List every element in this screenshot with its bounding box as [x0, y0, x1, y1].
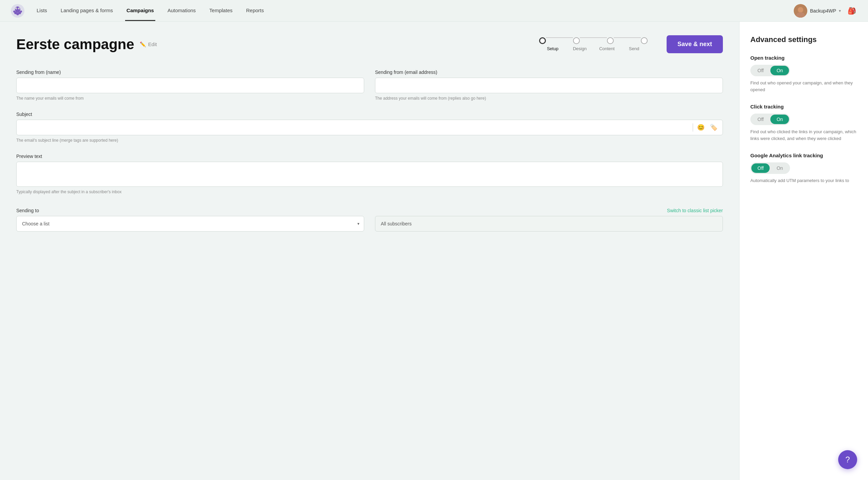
subscribers-display: All subscribers	[375, 216, 723, 232]
nav-right: Backup4WP ▾ 🎒	[794, 4, 857, 18]
nav-links: Lists Landing pages & forms Campaigns Au…	[35, 1, 794, 21]
nav-campaigns[interactable]: Campaigns	[125, 1, 155, 21]
svg-point-9	[16, 8, 17, 9]
edit-button[interactable]: ✏️ Edit	[140, 41, 157, 47]
nav-lists[interactable]: Lists	[35, 1, 48, 21]
sending-from-name-group: Sending from (name) The name your emails…	[16, 69, 364, 101]
nav-landing-pages[interactable]: Landing pages & forms	[59, 1, 114, 21]
ga-tracking-label: Google Analytics link tracking	[750, 153, 857, 158]
ga-tracking-on[interactable]: On	[770, 163, 789, 173]
step-label-send: Send	[620, 46, 648, 51]
save-next-button[interactable]: Save & next	[667, 35, 723, 53]
list-select-wrap: Choose a list ▾	[16, 216, 364, 232]
sending-from-email-input[interactable]	[375, 78, 723, 93]
step-circle-send[interactable]	[641, 37, 648, 44]
ga-tracking-off[interactable]: Off	[751, 163, 770, 173]
pencil-icon: ✏️	[140, 41, 146, 47]
preview-text-label: Preview text	[16, 154, 723, 159]
content-area: Eerste campagne ✏️ Edit	[0, 22, 739, 480]
subject-group: Subject 😊 🏷️ The email's subject line (m…	[16, 112, 723, 143]
nav-templates[interactable]: Templates	[208, 1, 234, 21]
step-label-design: Design	[566, 46, 593, 51]
open-tracking-label: Open tracking	[750, 55, 857, 61]
help-fab[interactable]: ?	[838, 450, 857, 469]
click-tracking-label: Click tracking	[750, 104, 857, 109]
subject-icons: 😊 🏷️	[693, 122, 719, 133]
sending-from-email-group: Sending from (email address) The address…	[375, 69, 723, 101]
step-circle-content[interactable]	[607, 37, 614, 44]
step-label-content: Content	[593, 46, 620, 51]
step-label-setup: Setup	[539, 46, 566, 51]
sending-from-name-hint: The name your emails will come from	[16, 96, 364, 101]
step-circle-setup[interactable]	[539, 37, 546, 44]
page-title: Eerste campagne	[16, 36, 134, 53]
page-header: Eerste campagne ✏️ Edit	[16, 35, 723, 53]
click-tracking-toggle[interactable]: Off On	[750, 114, 790, 125]
click-tracking-off[interactable]: Off	[751, 115, 770, 124]
nav-automations[interactable]: Automations	[166, 1, 197, 21]
emoji-picker-button[interactable]: 😊	[696, 122, 706, 133]
user-name: Backup4WP	[810, 8, 836, 14]
ga-tracking-hint: Automatically add UTM parameters to your…	[750, 177, 857, 184]
page-title-wrap: Eerste campagne ✏️ Edit	[16, 36, 157, 53]
open-tracking-setting: Open tracking Off On Find out who opened…	[750, 55, 857, 93]
preview-text-group: Preview text Typically displayed after t…	[16, 154, 723, 194]
sending-to-row: Choose a list ▾ All subscribers	[16, 216, 723, 232]
step-setup: Setup Design Content Send	[539, 37, 648, 51]
wizard-steps: Setup Design Content Send	[539, 37, 648, 51]
user-menu[interactable]: Backup4WP ▾	[794, 4, 841, 18]
subscribers-group: All subscribers	[375, 216, 723, 232]
list-select-group: Choose a list ▾	[16, 216, 364, 232]
sending-from-email-hint: The address your emails will come from (…	[375, 96, 723, 101]
nav-reports[interactable]: Reports	[245, 1, 265, 21]
advanced-settings-sidebar: Advanced settings Open tracking Off On F…	[739, 22, 868, 480]
sidebar-title: Advanced settings	[750, 35, 857, 44]
ga-tracking-setting: Google Analytics link tracking Off On Au…	[750, 153, 857, 184]
subject-input[interactable]	[16, 120, 723, 135]
sending-to-section: Sending to Switch to classic list picker…	[16, 208, 723, 232]
click-tracking-hint: Find out who clicked the links in your c…	[750, 128, 857, 142]
avatar	[794, 4, 807, 18]
sending-to-label: Sending to	[16, 208, 39, 213]
sending-to-header: Sending to Switch to classic list picker	[16, 208, 723, 213]
main-wrapper: Eerste campagne ✏️ Edit	[0, 22, 868, 480]
subject-input-wrap: 😊 🏷️	[16, 120, 723, 135]
open-tracking-toggle[interactable]: Off On	[750, 65, 790, 76]
subject-hint: The email's subject line (merge tags are…	[16, 138, 723, 143]
open-tracking-hint: Find out who opened your campaign, and w…	[750, 80, 857, 93]
campaign-form: Sending from (name) The name your emails…	[16, 69, 723, 232]
switch-to-classic-link[interactable]: Switch to classic list picker	[667, 208, 723, 213]
sending-from-row: Sending from (name) The name your emails…	[16, 69, 723, 101]
svg-point-5	[13, 11, 15, 13]
preview-text-hint: Typically displayed after the subject in…	[16, 189, 723, 194]
divider	[693, 123, 693, 132]
preview-text-input[interactable]	[16, 162, 723, 187]
navigation: Lists Landing pages & forms Campaigns Au…	[0, 0, 868, 22]
sending-from-name-label: Sending from (name)	[16, 69, 364, 75]
app-logo[interactable]	[11, 4, 24, 18]
merge-tag-button[interactable]: 🏷️	[709, 122, 719, 133]
svg-point-10	[19, 8, 20, 9]
step-line-2	[580, 37, 607, 38]
list-select[interactable]: Choose a list	[16, 216, 364, 232]
svg-point-6	[20, 11, 22, 13]
svg-point-12	[798, 7, 803, 13]
click-tracking-setting: Click tracking Off On Find out who click…	[750, 104, 857, 142]
open-tracking-on[interactable]: On	[770, 66, 789, 75]
ga-tracking-toggle[interactable]: Off On	[750, 162, 790, 174]
chevron-down-icon: ▾	[839, 8, 841, 13]
step-line-3	[614, 37, 641, 38]
click-tracking-on[interactable]: On	[770, 115, 789, 124]
sending-from-name-input[interactable]	[16, 78, 364, 93]
bag-icon[interactable]: 🎒	[846, 5, 857, 16]
header-right: Setup Design Content Send Save & next	[539, 35, 723, 53]
open-tracking-off[interactable]: Off	[751, 66, 770, 75]
step-line-1	[546, 37, 573, 38]
subject-label: Subject	[16, 112, 723, 117]
step-circle-design[interactable]	[573, 37, 580, 44]
sending-from-email-label: Sending from (email address)	[375, 69, 723, 75]
